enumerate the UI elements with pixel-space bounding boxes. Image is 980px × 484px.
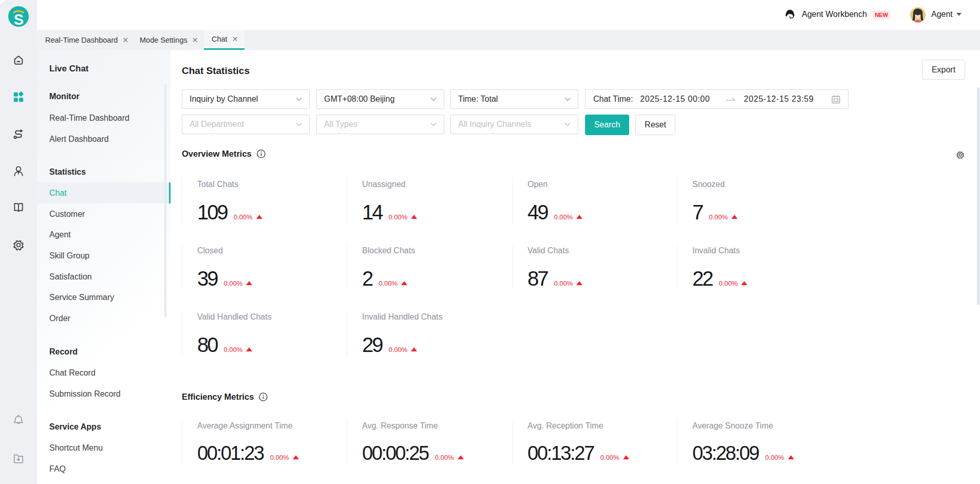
svg-text:S: S bbox=[14, 11, 24, 27]
